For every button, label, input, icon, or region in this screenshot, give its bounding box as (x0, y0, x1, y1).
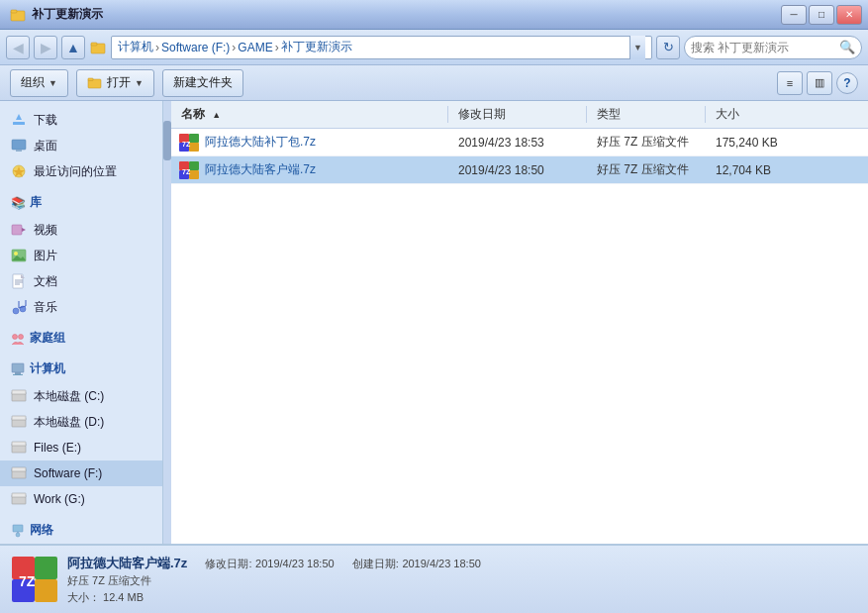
up-button[interactable]: ▲ (61, 36, 85, 59)
status-text: 阿拉德大陆客户端.7z 修改日期: 2019/4/23 18:50 创建日期: … (67, 555, 856, 605)
drive-f-icon (10, 464, 28, 482)
title-bar-left: 补丁更新演示 (10, 6, 103, 23)
file-row-1[interactable]: 7Z 阿拉德大陆补丁包.7z 2019/4/23 18:53 好压 7Z 压缩文… (171, 129, 868, 156)
breadcrumb-game[interactable]: GAME (238, 41, 272, 54)
sidebar-item-video[interactable]: 视频 (0, 217, 162, 243)
sidebar-item-drive-d[interactable]: 本地磁盘 (D:) (0, 409, 162, 435)
sidebar-item-picture[interactable]: 图片 (0, 243, 162, 268)
status-bar: 7Z 阿拉德大陆客户端.7z 修改日期: 2019/4/23 18:50 创建日… (0, 544, 868, 613)
svg-rect-1 (11, 10, 17, 13)
svg-rect-40 (12, 493, 26, 497)
address-bar[interactable]: 计算机 › Software (F:) › GAME › 补丁更新演示 ▼ (111, 36, 652, 59)
close-button[interactable]: ✕ (836, 5, 862, 25)
file-name-1: 阿拉德大陆补丁包.7z (205, 134, 316, 151)
address-dropdown[interactable]: ▼ (629, 36, 645, 59)
sidebar-label-download: 下载 (34, 112, 57, 129)
status-file-icon: 7Z (12, 557, 57, 602)
breadcrumb-software[interactable]: Software (F:) (161, 41, 230, 54)
sidebar-item-document[interactable]: 文档 (0, 268, 162, 294)
svg-rect-32 (12, 390, 26, 394)
breadcrumb: 计算机 › Software (F:) › GAME › 补丁更新演示 (118, 39, 626, 55)
recent-icon (10, 162, 28, 180)
library-icon: 📚 (10, 195, 26, 211)
open-button[interactable]: 打开 ▼ (76, 69, 154, 97)
back-button[interactable]: ◀ (6, 36, 30, 59)
sidebar-label-drive-e: Files (E:) (34, 441, 81, 455)
pane-button[interactable]: ▥ (807, 71, 832, 95)
new-folder-button[interactable]: 新建文件夹 (162, 69, 243, 97)
file-type-2: 好压 7Z 压缩文件 (587, 161, 706, 178)
sidebar-label-desktop: 桌面 (34, 138, 57, 154)
minimize-button[interactable]: ─ (781, 5, 807, 25)
svg-rect-8 (12, 140, 26, 150)
organize-button[interactable]: 组织 ▼ (10, 69, 68, 97)
sidebar-section-library: 📚 库 (0, 190, 162, 215)
network-icon (10, 523, 26, 539)
sidebar-item-drive-f[interactable]: Software (F:) (0, 460, 162, 486)
search-icon[interactable]: 🔍 (839, 39, 855, 56)
maximize-button[interactable]: □ (809, 5, 834, 25)
drive-c-icon (10, 387, 28, 405)
svg-rect-36 (12, 442, 26, 446)
drive-g-icon (10, 490, 28, 508)
sidebar-container: 下载 桌面 最近访问的位置 📚 库 (0, 101, 171, 544)
title-bar: 补丁更新演示 ─ □ ✕ (0, 0, 868, 30)
svg-text:7Z: 7Z (182, 168, 191, 175)
sidebar-label-drive-f: Software (F:) (34, 466, 102, 480)
header-type[interactable]: 类型 (587, 106, 706, 123)
breadcrumb-patch[interactable]: 补丁更新演示 (281, 39, 352, 55)
svg-rect-41 (13, 525, 23, 532)
svg-point-26 (13, 334, 18, 339)
sidebar-item-download[interactable]: 下载 (0, 107, 162, 133)
sidebar-item-recent[interactable]: 最近访问的位置 (0, 158, 162, 184)
file-name-2: 阿拉德大陆客户端.7z (205, 161, 316, 178)
header-name[interactable]: 名称 ▲ (171, 106, 448, 123)
address-folder-icon (89, 39, 107, 56)
svg-point-42 (16, 533, 20, 537)
sidebar-scrollbar[interactable] (163, 101, 171, 544)
sidebar-item-music[interactable]: 音乐 (0, 294, 162, 320)
file-size-1: 175,240 KB (706, 136, 788, 150)
svg-rect-34 (12, 416, 26, 420)
breadcrumb-computer[interactable]: 计算机 (118, 39, 153, 55)
file-area-empty[interactable] (171, 184, 868, 544)
file-header-row: 名称 ▲ 修改日期 类型 大小 (171, 101, 868, 129)
sort-arrow: ▲ (212, 110, 221, 120)
file-icon-1: 7Z (179, 134, 199, 152)
drive-d-icon (10, 413, 28, 431)
help-button[interactable]: ? (836, 72, 858, 94)
view-button[interactable]: ≡ (777, 71, 803, 95)
refresh-button[interactable]: ↻ (656, 36, 680, 59)
sidebar-scrollbar-thumb[interactable] (163, 121, 171, 160)
desktop-icon (10, 137, 28, 154)
organize-label: 组织 (21, 74, 45, 91)
file-type-1: 好压 7Z 压缩文件 (587, 134, 706, 151)
svg-point-27 (19, 334, 24, 339)
forward-button[interactable]: ▶ (34, 36, 57, 59)
svg-rect-28 (12, 363, 24, 372)
sidebar-item-drive-c[interactable]: 本地磁盘 (C:) (0, 383, 162, 409)
picture-icon (10, 247, 28, 264)
status-modified-value: 2019/4/23 18:50 (255, 558, 335, 569)
header-date[interactable]: 修改日期 (448, 106, 587, 123)
search-bar[interactable]: 🔍 (684, 36, 862, 59)
sidebar: 下载 桌面 最近访问的位置 📚 库 (0, 101, 163, 544)
sidebar-label-drive-g: Work (G:) (34, 492, 85, 506)
drive-e-icon (10, 439, 28, 457)
file-date-1: 2019/4/23 18:53 (448, 136, 587, 150)
file-row-2[interactable]: 7Z 阿拉德大陆客户端.7z 2019/4/23 18:50 好压 7Z 压缩文… (171, 156, 868, 184)
organize-arrow: ▼ (48, 78, 57, 88)
sidebar-label-music: 音乐 (34, 299, 57, 316)
music-icon (10, 298, 28, 316)
svg-point-21 (13, 308, 19, 314)
search-input[interactable] (691, 41, 835, 54)
sidebar-item-desktop[interactable]: 桌面 (0, 133, 162, 158)
svg-text:7Z: 7Z (19, 573, 36, 589)
sidebar-item-drive-e[interactable]: Files (E:) (0, 435, 162, 460)
sidebar-item-drive-g[interactable]: Work (G:) (0, 486, 162, 512)
status-modified-label: 修改日期: (205, 558, 251, 569)
svg-rect-30 (13, 374, 23, 375)
main-content: 下载 桌面 最近访问的位置 📚 库 (0, 101, 868, 544)
svg-rect-9 (16, 150, 22, 152)
header-size[interactable]: 大小 (706, 106, 749, 123)
